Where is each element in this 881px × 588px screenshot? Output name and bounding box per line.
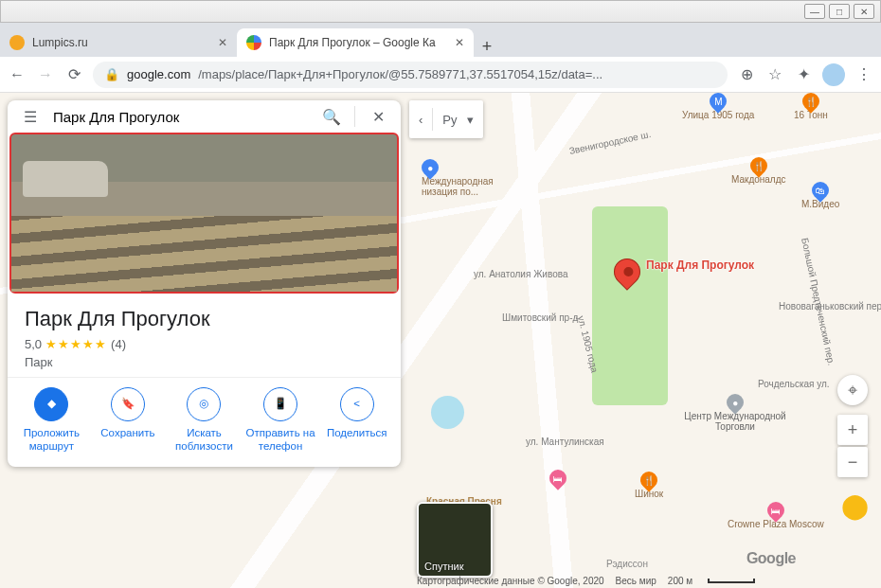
bookmark-star-icon[interactable]: ☆ [765, 65, 784, 83]
poi-org[interactable]: ●Международная низация по... [422, 159, 507, 197]
scale-bar-icon [708, 579, 755, 583]
phone-icon: 📱 [263, 387, 297, 421]
rating-value: 5,0 [25, 337, 42, 351]
place-category: Парк [25, 355, 384, 369]
url-path: /maps/place/Парк+Для+Прогулок/@55.758977… [198, 67, 602, 81]
menu-kebab-icon[interactable]: ⋮ [854, 65, 873, 83]
road-label: ул. Анатолия Живова [474, 269, 567, 279]
directions-icon: ◆ [34, 387, 68, 421]
region-link[interactable]: Весь мир [616, 576, 656, 586]
poi-label: Рэдиссон [606, 559, 648, 569]
actions-row: ◆ Проложить маршрут 🔖 Сохранить ◎ Искать… [8, 377, 401, 467]
zoom-in-button[interactable]: + [837, 415, 868, 445]
units-button[interactable]: Ру [433, 113, 466, 127]
extensions-icon[interactable]: ✦ [794, 65, 813, 83]
park-polygon [592, 206, 668, 405]
browser-tab[interactable]: Парк Для Прогулок – Google Ка ✕ [237, 28, 474, 57]
directions-button[interactable]: ◆ Проложить маршрут [13, 387, 90, 454]
search-input[interactable] [53, 109, 309, 125]
url-domain: google.com [127, 67, 190, 81]
zoom-out-button[interactable]: − [837, 447, 868, 477]
review-count: (4) [111, 337, 126, 351]
road-label: ул. Мантулинская [526, 437, 604, 447]
search-icon[interactable]: 🔍 [313, 108, 351, 126]
browser-tabstrip: Lumpics.ru ✕ Парк Для Прогулок – Google … [0, 23, 881, 57]
share-button[interactable]: < Поделиться [318, 387, 395, 454]
page-content: Звенигородское ш. ул. Анатолия Живова Шм… [0, 93, 881, 588]
profile-avatar[interactable] [822, 63, 845, 86]
window-maximize-button[interactable]: □ [829, 4, 850, 19]
share-icon: < [340, 387, 374, 421]
favicon-icon [9, 35, 25, 50]
window-titlebar: — □ ✕ [0, 0, 881, 23]
road-label: Нововаганьковский пер. [779, 301, 881, 312]
window-close-button[interactable]: ✕ [854, 4, 874, 19]
poi-restaurant[interactable]: 🍴Макдоналдс [731, 157, 786, 185]
pegman-control[interactable]: ⬤ [841, 489, 868, 523]
tab-close-icon[interactable]: ✕ [455, 36, 464, 49]
back-button[interactable]: ← [8, 66, 27, 83]
poi-restaurant[interactable]: 🍴Шинок [635, 472, 663, 499]
poi-hotel[interactable]: 🛏 [549, 470, 566, 487]
poi-business[interactable]: ●Центр Международной Торговли [678, 394, 792, 432]
tab-close-icon[interactable]: ✕ [218, 36, 227, 49]
road-label: Рочдельская ул. [758, 379, 830, 389]
lock-icon: 🔒 [104, 67, 119, 81]
pegman-icon: ⬤ [841, 489, 868, 523]
copyright-text: Картографические данные © Google, 2020 [417, 576, 604, 586]
tab-title: Парк Для Прогулок – Google Ка [269, 36, 447, 49]
reload-button[interactable]: ⟳ [64, 65, 83, 83]
marker-pin-icon [608, 253, 646, 291]
tab-title: Lumpics.ru [32, 36, 210, 49]
marker-label: Парк Для Прогулок [646, 258, 754, 272]
menu-hamburger-icon[interactable]: ☰ [11, 108, 49, 126]
browser-tab[interactable]: Lumpics.ru ✕ [0, 28, 237, 57]
road-label: Звенигородское ш. [568, 129, 652, 156]
poi-metro[interactable]: MУлица 1905 года [682, 93, 754, 120]
google-logo: Google [746, 550, 796, 567]
poi-restaurant[interactable]: 🍴16 Тонн [794, 93, 828, 120]
map-controls: ⌖ [837, 375, 868, 407]
zoom-indicator-icon[interactable]: ⊕ [737, 65, 756, 83]
search-bar: ☰ 🔍 ✕ [8, 100, 401, 133]
scale-label: 200 м [668, 576, 692, 586]
clear-search-icon[interactable]: ✕ [359, 108, 397, 126]
poi-hotel[interactable]: 🛏Crowne Plaza Moscow [728, 502, 824, 529]
satellite-label: Спутник [419, 557, 469, 576]
forward-button[interactable]: → [36, 66, 55, 83]
satellite-layer-toggle[interactable]: Спутник [417, 502, 493, 578]
address-bar[interactable]: 🔒 google.com/maps/place/Парк+Для+Прогуло… [93, 62, 728, 88]
send-to-phone-button[interactable]: 📱 Отправить на телефон [243, 387, 319, 454]
place-photo[interactable] [9, 133, 399, 294]
road-label: Шмитовский пр-д [502, 312, 578, 323]
place-title: Парк Для Прогулок [25, 307, 384, 331]
compass-button[interactable]: ⌖ [837, 375, 868, 405]
map-footer: Картографические данные © Google, 2020 В… [417, 576, 873, 586]
nearby-button[interactable]: ◎ Искать поблизости [166, 387, 243, 454]
bookmark-icon: 🔖 [111, 387, 145, 421]
nearby-icon: ◎ [187, 387, 221, 421]
place-side-panel: ☰ 🔍 ✕ Парк Для Прогулок 5,0 ★★★★★ (4) Па… [8, 100, 401, 467]
pond-shape [431, 396, 464, 429]
new-tab-button[interactable]: + [474, 37, 500, 57]
save-button[interactable]: 🔖 Сохранить [90, 387, 167, 454]
browser-toolbar: ← → ⟳ 🔒 google.com/maps/place/Парк+Для+П… [0, 57, 881, 93]
favicon-icon [246, 35, 261, 50]
place-summary: Парк Для Прогулок 5,0 ★★★★★ (4) Парк [8, 294, 401, 377]
options-arrow-button[interactable]: ‹ [409, 113, 432, 127]
stars-icon: ★★★★★ [45, 337, 107, 351]
zoom-controls: + − [837, 415, 868, 479]
place-marker[interactable]: Парк Для Прогулок [614, 258, 640, 285]
window-minimize-button[interactable]: — [804, 4, 825, 19]
rating-row[interactable]: 5,0 ★★★★★ (4) [25, 337, 384, 351]
map-options-bar: ‹ Ру ▾ [409, 100, 483, 138]
options-caret-icon[interactable]: ▾ [467, 113, 483, 127]
poi-shop[interactable]: 🛍М.Видео [801, 182, 839, 209]
